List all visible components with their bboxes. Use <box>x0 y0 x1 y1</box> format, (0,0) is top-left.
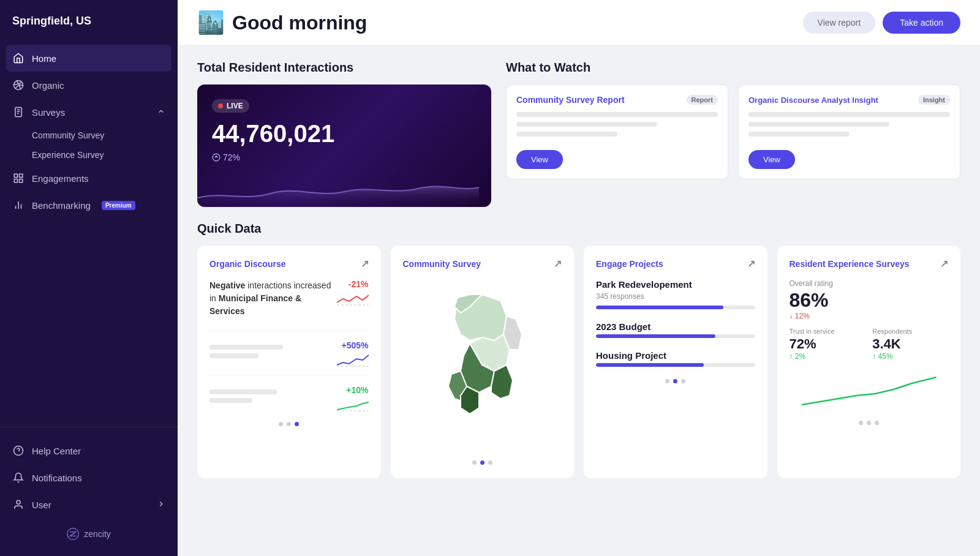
sidebar: Springfield, US Home Organic Surveys <box>0 0 178 556</box>
community-survey-card: Community Survey ↗ <box>391 246 575 478</box>
map-container <box>403 279 562 451</box>
metric-text-1: Negative interactions increased in Munic… <box>209 279 337 318</box>
sidebar-item-engagements[interactable]: Engagements <box>0 165 178 192</box>
watch-card-1-btn[interactable]: View <box>516 150 563 169</box>
sidebar-item-user[interactable]: User <box>0 491 178 518</box>
skeleton-1 <box>516 112 718 117</box>
wave-chart <box>197 170 479 207</box>
trend-chart-2 <box>337 353 369 367</box>
sidebar-item-organic[interactable]: Organic <box>0 72 178 99</box>
quick-data-section: Quick Data Organic Discourse ↗ Negative … <box>197 222 960 478</box>
survey-dot-2-active <box>480 460 484 465</box>
watch-card-1: Community Survey Report Report View <box>506 85 728 179</box>
watch-card-1-header: Community Survey Report Report <box>516 95 718 105</box>
trend-mini-3: +10% <box>337 385 369 412</box>
metric-row-2: +505% <box>209 340 369 367</box>
re-overall-change: ↓ 12% <box>790 312 949 320</box>
re-respondents-change: ↑ 45% <box>872 352 948 361</box>
progress-bar-bg-3 <box>596 363 755 367</box>
user-chevron-icon <box>157 500 165 510</box>
sidebar-item-benchmarking[interactable]: Benchmarking Premium <box>0 192 178 219</box>
surveys-submenu: Community Survey Experience Survey <box>0 126 178 165</box>
engage-item-3-title: Housing Project <box>596 350 755 361</box>
brand-label: Springfield, US <box>0 0 178 40</box>
metric-bold-2: Municipal Finance & Services <box>209 293 301 316</box>
engage-dot-1 <box>665 379 669 383</box>
engage-arrow-icon[interactable]: ↗ <box>747 258 755 269</box>
re-dot-3 <box>875 421 879 425</box>
engage-item-2: 2023 Budget <box>596 321 755 338</box>
sidebar-item-community-survey[interactable]: Community Survey <box>32 126 178 145</box>
engage-projects-card: Engage Projects ↗ Park Redevelopement 34… <box>584 246 767 478</box>
sk-1 <box>209 345 283 350</box>
engage-title-label: Engage Projects <box>596 259 663 269</box>
sidebar-benchmarking-label: Benchmarking <box>32 200 91 211</box>
live-card: LIVE 44,760,021 72% <box>197 85 491 207</box>
trend-mini-1: -21% <box>337 279 369 306</box>
organic-arrow-icon[interactable]: ↗ <box>361 258 369 269</box>
home-icon <box>12 52 24 64</box>
trend-mini-2: +505% <box>337 340 369 367</box>
take-action-button[interactable]: Take action <box>883 12 960 34</box>
metric-skeleton-row3 <box>209 389 277 408</box>
engage-item-2-title: 2023 Budget <box>596 321 755 332</box>
progress-bar-bg-1 <box>596 306 755 309</box>
sidebar-item-experience-survey[interactable]: Experience Survey <box>32 145 178 165</box>
sidebar-engagements-label: Engagements <box>32 173 89 184</box>
sidebar-item-help[interactable]: Help Center <box>0 437 178 464</box>
watch-card-2-btn[interactable]: View <box>748 150 795 169</box>
watch-card-2-title: Organic Discourse Analyst Insight <box>748 96 878 105</box>
interaction-count: 44,760,021 <box>212 120 477 148</box>
sidebar-item-home[interactable]: Home <box>6 45 172 72</box>
sidebar-surveys-label: Surveys <box>32 107 65 118</box>
metric-skeleton-row2 <box>209 345 283 363</box>
surveys-chevron-icon <box>157 107 165 118</box>
quick-data-grid: Organic Discourse ↗ Negative interaction… <box>197 246 960 478</box>
zencity-logo: zencity <box>0 518 178 546</box>
sidebar-home-label: Home <box>32 53 56 64</box>
view-report-button[interactable]: View report <box>803 12 876 34</box>
re-trust: Trust in service 72% ↑ 2% <box>790 328 865 361</box>
surveys-icon <box>12 106 24 118</box>
skeleton-3 <box>516 132 617 137</box>
re-respondents-label: Respondents <box>872 328 948 335</box>
help-icon <box>12 445 24 457</box>
sidebar-user-label: User <box>32 500 51 510</box>
sidebar-item-surveys[interactable]: Surveys <box>0 99 178 126</box>
greeting-icon: 🏙️ <box>197 10 225 36</box>
survey-dots <box>403 460 562 465</box>
skeleton-6 <box>748 132 850 137</box>
engage-dot-2-active <box>673 379 677 383</box>
re-line-chart <box>790 368 949 411</box>
svg-rect-6 <box>20 174 23 177</box>
progress-bar-bg-2 <box>596 334 755 338</box>
svg-point-14 <box>17 500 20 504</box>
user-icon <box>12 498 24 511</box>
sidebar-notifications-label: Notifications <box>32 473 82 483</box>
re-dot-2 <box>867 421 871 425</box>
progress-bar-fill-1 <box>596 306 723 309</box>
sidebar-bottom: Help Center Notifications User zencity <box>0 427 178 556</box>
skeleton-5 <box>748 122 889 127</box>
trend-chart-3 <box>337 397 369 412</box>
sidebar-item-notifications[interactable]: Notifications <box>0 464 178 491</box>
community-arrow-icon[interactable]: ↗ <box>554 258 562 269</box>
re-arrow-icon[interactable]: ↗ <box>940 258 948 269</box>
resident-experience-card: Resident Experience Surveys ↗ Overall ra… <box>777 246 961 478</box>
live-label: LIVE <box>227 102 243 110</box>
re-respondents: Respondents 3.4K ↑ 45% <box>872 328 948 361</box>
svg-rect-8 <box>20 179 23 182</box>
survey-dot-3 <box>488 460 492 465</box>
dashboard-content: Total Resident Interactions LIVE 44,760,… <box>178 46 980 556</box>
chicago-map-svg <box>421 285 543 445</box>
engage-item-3: Housing Project <box>596 350 755 367</box>
watch-cards: Community Survey Report Report View Orga… <box>506 85 960 179</box>
watch-card-1-title: Community Survey Report <box>516 95 625 105</box>
re-respondents-value: 3.4K <box>872 336 948 352</box>
watch-card-1-tag: Report <box>687 95 718 105</box>
skeleton-4 <box>748 112 950 117</box>
metric-row-3: +10% <box>209 385 369 412</box>
badge-green-3: +10% <box>346 385 368 395</box>
sk-3 <box>209 389 277 394</box>
community-survey-card-title: Community Survey ↗ <box>403 258 562 269</box>
